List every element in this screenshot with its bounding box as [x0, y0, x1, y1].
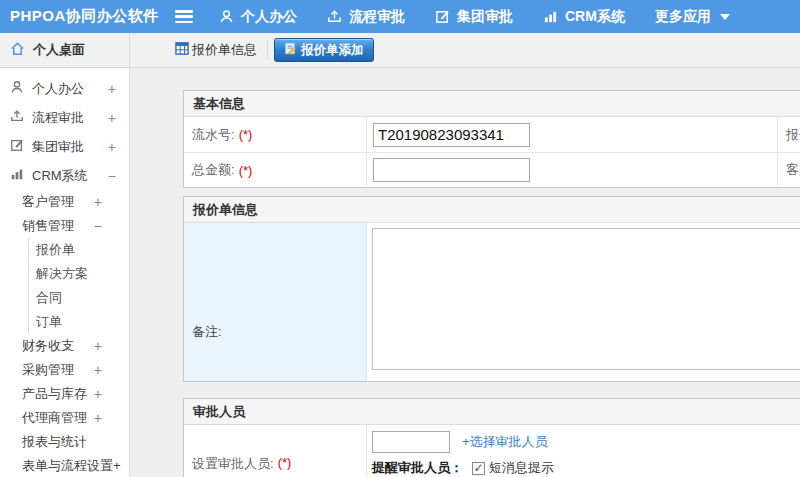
sidebar-item-label: 产品与库存: [22, 385, 87, 403]
sidebar-item-personal-desktop[interactable]: 个人桌面: [0, 33, 129, 68]
caret-down-icon: [720, 14, 730, 20]
sms-remind-checkbox[interactable]: ✓: [472, 462, 485, 475]
topnav-label: CRM系统: [565, 8, 625, 26]
top-navigation: 个人办公 流程审批 集团审批 CRM系统 更多应用: [219, 8, 730, 26]
sidebar-item-group-approval[interactable]: 集团审批 +: [0, 132, 129, 161]
sidebar-item-label: 表单与流程设置+: [22, 457, 121, 475]
topnav-workflow-approval[interactable]: 流程审批: [327, 8, 405, 26]
user-icon: [10, 80, 24, 97]
sidebar-item-label: 客户管理: [22, 193, 74, 211]
collapse-minus-icon[interactable]: −: [94, 218, 102, 234]
sidebar-item-personal-office[interactable]: 个人办公 +: [0, 74, 129, 103]
sidebar-item-label: 合同: [36, 289, 62, 307]
tab-label: 报价单信息: [192, 41, 257, 59]
topnav-label: 更多应用: [655, 8, 711, 26]
sidebar-item-workflow-approval[interactable]: 流程审批 +: [0, 103, 129, 132]
tab-quotation-info[interactable]: 报价单信息: [175, 40, 268, 60]
field-label-cell-right: 客户: [778, 153, 800, 187]
tab-bar: 报价单信息 报价单添加: [130, 33, 800, 68]
user-icon: [219, 9, 234, 24]
bar-chart-icon: [10, 167, 24, 184]
bar-chart-icon: [543, 9, 558, 24]
sidebar-item-form-workflow-settings[interactable]: 表单与流程设置+: [0, 454, 129, 477]
sidebar-item-crm[interactable]: CRM系统 −: [0, 161, 129, 190]
field-label: 报价: [786, 126, 800, 144]
app-logo: PHPOA协同办公软件: [0, 7, 163, 26]
collapse-minus-icon[interactable]: −: [108, 168, 116, 184]
sidebar-item-label: 集团审批: [32, 138, 84, 156]
approver-input[interactable]: [372, 431, 450, 453]
topnav-more-apps[interactable]: 更多应用: [655, 8, 730, 26]
section-approvers: 审批人员 设置审批人员: (*) +选择审批人员 提醒审批人员： ✓: [183, 398, 800, 477]
form-row-remark: 备注:: [184, 223, 800, 381]
field-label-cell: 流水号: (*): [184, 117, 367, 152]
workflow-icon: [327, 9, 342, 24]
required-mark: (*): [239, 163, 253, 178]
sidebar-item-label: 采购管理: [22, 361, 74, 379]
sidebar-item-label: 订单: [36, 313, 62, 331]
table-icon: [175, 42, 189, 58]
field-label-cell: 总金额: (*): [184, 153, 367, 187]
hamburger-icon[interactable]: [175, 10, 193, 23]
sidebar-item-label: 个人办公: [32, 80, 84, 98]
topnav-label: 集团审批: [457, 8, 513, 26]
sidebar-item-label: 财务收支: [22, 337, 74, 355]
sidebar-item-agent-mgmt[interactable]: 代理商管理 +: [0, 406, 129, 430]
remark-field-cell: [367, 223, 800, 381]
sidebar-item-contract[interactable]: 合同: [29, 286, 129, 310]
edit-square-icon: [435, 9, 450, 24]
topbar: PHPOA协同办公软件 个人办公 流程审批 集团审批 CRM系统: [0, 0, 800, 33]
topnav-label: 流程审批: [349, 8, 405, 26]
sidebar-item-order[interactable]: 订单: [29, 310, 129, 334]
edit-square-icon: [10, 138, 24, 155]
section-quotation-info: 报价单信息 备注:: [183, 196, 800, 382]
required-mark: (*): [278, 455, 292, 470]
form-add-icon: [284, 42, 297, 58]
topnav-group-approval[interactable]: 集团审批: [435, 8, 513, 26]
expand-plus-icon[interactable]: +: [94, 386, 102, 402]
sidebar-item-label: CRM系统: [32, 167, 88, 185]
field-label: 客户: [786, 161, 800, 179]
workflow-icon: [10, 109, 24, 126]
field-label: 备注:: [192, 323, 222, 341]
expand-plus-icon[interactable]: +: [108, 139, 116, 155]
form-row-serial: 流水号: (*) 报价: [184, 117, 800, 152]
expand-plus-icon[interactable]: +: [108, 81, 116, 97]
expand-plus-icon[interactable]: +: [94, 410, 102, 426]
home-icon: [10, 41, 25, 59]
remark-textarea[interactable]: [372, 228, 800, 370]
sidebar-item-label: 解决方案: [36, 265, 88, 283]
sidebar-item-purchase[interactable]: 采购管理 +: [0, 358, 129, 382]
sales-submenu: 报价单 解决方案 合同 订单: [28, 238, 129, 334]
sidebar-item-label: 个人桌面: [33, 41, 85, 59]
approver-field-cell: +选择审批人员 提醒审批人员： ✓ 短消息提示 注：流程第一步审批人员，这里选择…: [367, 425, 800, 477]
sidebar-item-customer-mgmt[interactable]: 客户管理 +: [0, 190, 129, 214]
total-amount-input[interactable]: [373, 158, 530, 182]
sidebar-item-sales-mgmt[interactable]: 销售管理 −: [0, 214, 129, 238]
field-label: 总金额:: [192, 161, 235, 179]
sidebar-item-label: 销售管理: [22, 217, 74, 235]
topnav-personal-office[interactable]: 个人办公: [219, 8, 297, 26]
sidebar-item-solution[interactable]: 解决方案: [29, 262, 129, 286]
serial-number-input[interactable]: [373, 123, 530, 147]
sidebar-item-reports[interactable]: 报表与统计: [0, 430, 129, 454]
select-approver-link[interactable]: +选择审批人员: [462, 433, 548, 451]
topnav-label: 个人办公: [241, 8, 297, 26]
section-title: 报价单信息: [184, 197, 800, 223]
form-content: 基本信息 流水号: (*) 报价 总金额: (: [130, 68, 800, 477]
checkbox-label: 短消息提示: [489, 459, 554, 477]
sidebar-item-quotation[interactable]: 报价单: [29, 238, 129, 262]
expand-plus-icon[interactable]: +: [94, 194, 102, 210]
form-row-amount: 总金额: (*) 客户: [184, 152, 800, 187]
tab-quotation-add[interactable]: 报价单添加: [274, 38, 374, 62]
field-label: 设置审批人员:: [192, 455, 274, 473]
expand-plus-icon[interactable]: +: [94, 338, 102, 354]
topnav-crm[interactable]: CRM系统: [543, 8, 625, 26]
remark-label-cell: 备注:: [184, 223, 367, 381]
expand-plus-icon[interactable]: +: [94, 362, 102, 378]
tab-label: 报价单添加: [301, 42, 364, 59]
sidebar-item-product-inventory[interactable]: 产品与库存 +: [0, 382, 129, 406]
section-title: 审批人员: [184, 399, 800, 425]
expand-plus-icon[interactable]: +: [108, 110, 116, 126]
sidebar-item-finance[interactable]: 财务收支 +: [0, 334, 129, 358]
